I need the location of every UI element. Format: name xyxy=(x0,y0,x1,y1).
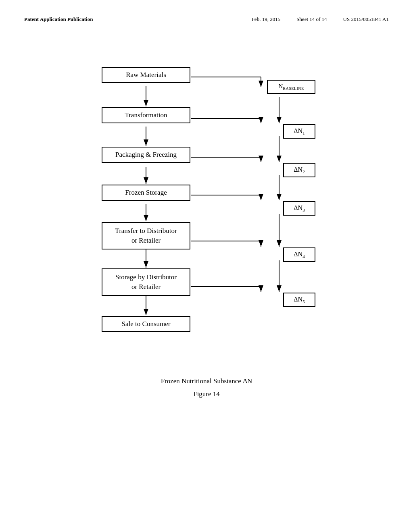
header-date: Feb. 19, 2015 xyxy=(252,16,281,23)
caption-area: Frozen Nutritional Substance ΔN Figure 1… xyxy=(24,377,389,398)
diagram-inner: Raw Materials Transformation Packaging &… xyxy=(94,55,319,361)
page: Patent Application Publication Feb. 19, … xyxy=(0,0,413,532)
caption-title: Frozen Nutritional Substance ΔN xyxy=(24,377,389,385)
header-left-label: Patent Application Publication xyxy=(24,16,93,23)
diagram-container: Raw Materials Transformation Packaging &… xyxy=(24,55,389,361)
page-header: Patent Application Publication Feb. 19, … xyxy=(24,16,389,23)
header-sheet: Sheet 14 of 14 xyxy=(296,16,327,23)
header-right: Feb. 19, 2015 Sheet 14 of 14 US 2015/005… xyxy=(252,16,389,23)
caption-figure: Figure 14 xyxy=(24,390,389,398)
header-patent-num: US 2015/0051841 A1 xyxy=(343,16,389,23)
diagram-arrows xyxy=(94,55,319,361)
